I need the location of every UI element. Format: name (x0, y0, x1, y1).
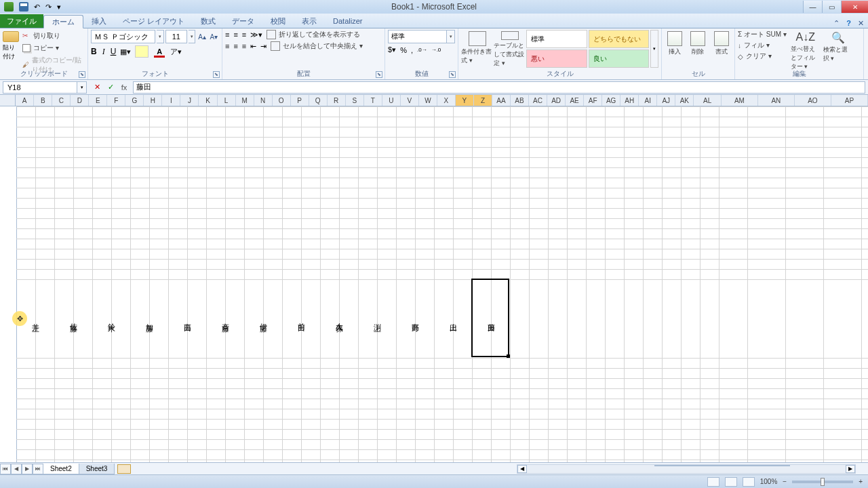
font-size-select[interactable]: 11 (165, 30, 187, 43)
style-normal[interactable]: 標準 (526, 30, 587, 48)
cell-data[interactable]: 斉藤 (206, 279, 244, 358)
cell-data[interactable]: 上田 (434, 279, 472, 358)
column-header-U[interactable]: U (382, 95, 401, 106)
scroll-right-button[interactable]: ▶ (846, 465, 855, 473)
column-header-M[interactable]: M (236, 95, 254, 106)
sheet-next-button[interactable]: ▶ (22, 464, 33, 474)
delete-cells-button[interactable]: 削除 (688, 30, 708, 56)
column-header-H[interactable]: H (144, 95, 162, 106)
merge-center-button[interactable]: セルを結合して中央揃え ▾ (271, 41, 363, 51)
increase-decimal-button[interactable]: .0→ (417, 47, 427, 53)
format-cells-button[interactable]: 書式 (711, 30, 732, 56)
align-center-button[interactable]: ≡ (233, 42, 237, 50)
close-button[interactable]: ✕ (841, 1, 868, 13)
undo-icon[interactable]: ↶ (34, 3, 40, 12)
zoom-slider[interactable] (792, 481, 853, 483)
column-header-J[interactable]: J (180, 95, 199, 106)
decrease-font-button[interactable]: A▾ (209, 30, 219, 43)
column-header-K[interactable]: K (199, 95, 217, 106)
cell-data[interactable]: 伊藤 (244, 279, 282, 358)
minimize-button[interactable]: — (803, 1, 822, 13)
styles-more-button[interactable]: ▾ (650, 30, 658, 68)
column-header-AF[interactable]: AF (584, 95, 602, 106)
worksheet-grid[interactable]: ABCDEFGHIJKLMNOPQRSTUVWXYZAAABACADAEAFAG… (0, 95, 868, 462)
column-header-A[interactable]: A (16, 95, 34, 106)
column-header-E[interactable]: E (89, 95, 107, 106)
column-header-AM[interactable]: AM (722, 95, 758, 106)
accounting-button[interactable]: $▾ (388, 45, 396, 54)
sheet-first-button[interactable]: ⏮ (0, 464, 11, 474)
column-header-AC[interactable]: AC (529, 95, 547, 106)
column-header-AI[interactable]: AI (639, 95, 657, 106)
autosum-button[interactable]: Σ オート SUM ▾ (738, 30, 787, 39)
bold-button[interactable]: B (91, 47, 97, 57)
cell-styles-gallery[interactable]: 標準 どちらでもない ▾ 悪い 良い (526, 30, 658, 68)
cell-data[interactable]: 渕上 (358, 279, 396, 358)
font-size-dropdown-icon[interactable]: ▾ (189, 30, 195, 43)
orientation-button[interactable]: ≫▾ (250, 30, 262, 39)
align-left-button[interactable]: ≡ (225, 42, 229, 50)
redo-icon[interactable]: ↷ (45, 3, 52, 12)
column-header-AK[interactable]: AK (675, 95, 694, 106)
cancel-button[interactable]: ✕ (91, 82, 103, 93)
find-select-button[interactable]: 🔍検索と選択 ▾ (823, 30, 853, 71)
column-header-C[interactable]: C (52, 95, 71, 106)
name-box[interactable]: Y18 (3, 81, 77, 94)
column-header-P[interactable]: P (291, 95, 309, 106)
column-header-L[interactable]: L (218, 95, 236, 106)
column-header-G[interactable]: G (125, 95, 144, 106)
alignment-dialog-launcher[interactable]: ⬊ (376, 71, 382, 78)
sheet-prev-button[interactable]: ◀ (11, 464, 22, 474)
tab-data[interactable]: データ (224, 14, 262, 28)
cut-button[interactable]: ✂切り取り (22, 31, 85, 41)
number-dialog-launcher[interactable]: ⬊ (449, 71, 456, 78)
zoom-thumb[interactable] (821, 478, 825, 486)
column-header-Z[interactable]: Z (474, 95, 492, 106)
align-bottom-button[interactable]: ≡ (242, 30, 246, 39)
column-header-S[interactable]: S (346, 95, 364, 106)
column-header-Y[interactable]: Y (456, 95, 474, 106)
help-icon[interactable]: ? (846, 19, 851, 28)
number-format-select[interactable]: 標準 (388, 30, 447, 43)
name-box-dropdown-icon[interactable]: ▾ (77, 81, 87, 94)
column-header-AL[interactable]: AL (694, 95, 722, 106)
column-header-V[interactable]: V (401, 95, 419, 106)
tab-formulas[interactable]: 数式 (193, 14, 224, 28)
column-header-B[interactable]: B (34, 95, 52, 106)
pagebreak-view-button[interactable] (743, 477, 755, 487)
insert-cells-button[interactable]: 挿入 (665, 30, 685, 56)
number-format-dropdown-icon[interactable]: ▾ (447, 30, 455, 43)
sort-filter-button[interactable]: A↓Z並べ替えとフィルター ▾ (791, 30, 821, 71)
border-button[interactable]: ▦▾ (120, 47, 131, 56)
pagelayout-view-button[interactable] (725, 477, 737, 487)
column-header-R[interactable]: R (328, 95, 346, 106)
fill-color-button[interactable] (135, 45, 149, 58)
sheet-tab-sheet3[interactable]: Sheet3 (79, 464, 115, 474)
cell-data[interactable]: 佐藤 (54, 279, 92, 358)
select-all-corner[interactable] (0, 95, 16, 106)
grid-body[interactable]: 井上佐藤鈴木加藤高田斉藤伊藤前田大久保渕上高野上田藤田✥ (0, 106, 868, 462)
cell-data[interactable]: 大久保 (320, 279, 358, 358)
font-name-dropdown-icon[interactable]: ▾ (157, 30, 163, 43)
tab-home[interactable]: ホーム (43, 15, 83, 28)
column-header-AO[interactable]: AO (795, 95, 831, 106)
clear-button[interactable]: ◇クリア ▾ (738, 52, 787, 61)
font-color-button[interactable]: A (153, 45, 166, 58)
zoom-in-button[interactable]: + (859, 478, 863, 485)
column-header-AA[interactable]: AA (492, 95, 511, 106)
align-middle-button[interactable]: ≡ (233, 30, 237, 39)
font-dialog-launcher[interactable]: ⬊ (213, 71, 220, 78)
style-bad[interactable]: 悪い (526, 49, 587, 68)
style-good[interactable]: 良い (589, 49, 650, 68)
horizontal-scrollbar[interactable]: ◀ ▶ (517, 464, 856, 474)
column-header-AH[interactable]: AH (620, 95, 639, 106)
tab-datalizer[interactable]: Datalizer (325, 14, 370, 28)
formula-input[interactable]: 藤田 (133, 81, 865, 94)
fx-button[interactable]: fx (118, 82, 130, 93)
cell-data[interactable]: 藤田 (472, 279, 510, 358)
decrease-indent-button[interactable]: ⇤ (250, 42, 256, 51)
fill-button[interactable]: ↓フィル ▾ (738, 41, 787, 50)
minimize-ribbon-icon[interactable]: ⌃ (833, 19, 840, 28)
tab-pagelayout[interactable]: ページ レイアウト (115, 14, 193, 28)
italic-button[interactable]: I (102, 47, 105, 57)
